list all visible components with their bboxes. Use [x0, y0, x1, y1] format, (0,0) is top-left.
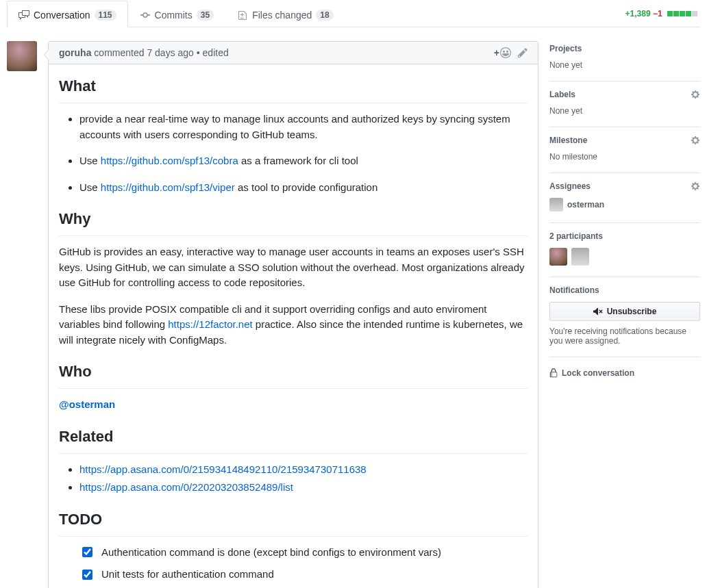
list-item: https://app.asana.com/0/220203203852489/…: [79, 480, 528, 496]
cobra-link[interactable]: https://github.com/spf13/cobra: [101, 155, 238, 166]
comment-author-link[interactable]: goruha: [59, 47, 91, 58]
file-diff-icon: [237, 10, 248, 21]
diffstat: +1,389 −1: [625, 9, 700, 18]
heading-who: Who: [59, 360, 528, 389]
task-label: Authentication command is done (except b…: [101, 545, 441, 561]
lock-conversation[interactable]: Lock conversation: [549, 357, 700, 378]
milestone-title: Milestone: [549, 136, 587, 145]
unsubscribe-button[interactable]: Unsubscribe: [549, 302, 700, 321]
sidebar-labels: Labels None yet: [549, 81, 700, 127]
list-item: Use https://github.com/spf13/viper as to…: [79, 180, 528, 196]
lock-label: Lock conversation: [562, 368, 634, 378]
list-item: Use https://github.com/spf13/cobra as a …: [79, 153, 528, 169]
sidebar-projects: Projects None yet: [549, 41, 700, 81]
tab-commits-label: Commits: [155, 10, 193, 21]
unsubscribe-label: Unsubscribe: [607, 307, 657, 316]
diff-additions: +1,389: [625, 9, 651, 18]
notifications-reason: You're receiving notifications because y…: [549, 327, 700, 346]
task-checkbox[interactable]: [82, 570, 92, 580]
gear-icon[interactable]: [691, 136, 700, 145]
pencil-icon[interactable]: [518, 47, 528, 58]
heading-todo: TODO: [59, 508, 528, 537]
assignees-title: Assignees: [549, 181, 591, 191]
plus-icon: +: [494, 47, 499, 58]
tab-conversation-count: 115: [95, 10, 116, 21]
notifications-title: Notifications: [549, 285, 599, 295]
diffstat-bars: [667, 11, 697, 16]
comment-time[interactable]: 7 days ago: [147, 47, 194, 58]
tab-conversation-label: Conversation: [34, 10, 90, 21]
projects-title: Projects: [549, 44, 582, 53]
pr-tabnav: Conversation 115 Commits 35 Files change…: [7, 0, 700, 27]
sidebar-participants: 2 participants: [549, 223, 700, 277]
mute-icon: [593, 307, 603, 316]
assignee-row[interactable]: osterman: [549, 198, 700, 212]
asana-link-1[interactable]: https://app.asana.com/0/215934148492110/…: [79, 463, 367, 475]
task-item: Unit tests for authentication command: [79, 567, 528, 583]
tab-files-label: Files changed: [252, 10, 312, 21]
comment-body: What provide a near real-time way to man…: [49, 64, 538, 588]
comment-actions: +: [494, 47, 528, 58]
task-label: Unit tests for authentication command: [101, 567, 274, 583]
tab-commits[interactable]: Commits 35: [128, 1, 226, 27]
comment-header: goruha commented 7 days ago • edited +: [49, 42, 538, 64]
author-avatar[interactable]: [7, 41, 37, 71]
comment-box: goruha commented 7 days ago • edited + W…: [48, 41, 538, 588]
projects-value: None yet: [549, 60, 700, 70]
gear-icon[interactable]: [691, 90, 700, 99]
comment-discussion-icon: [18, 10, 29, 21]
timeline-comment: goruha commented 7 days ago • edited + W…: [7, 41, 538, 588]
sidebar-assignees: Assignees osterman: [549, 173, 700, 223]
twelve-factor-link[interactable]: https://12factor.net: [168, 318, 252, 330]
participant-avatar[interactable]: [549, 248, 567, 266]
git-commit-icon: [140, 10, 151, 21]
todo-list: Authentication command is done (except b…: [59, 545, 528, 583]
comment-meta-prefix: commented: [91, 47, 147, 58]
participant-avatar[interactable]: [571, 248, 589, 266]
tab-files[interactable]: Files changed 18: [225, 1, 345, 27]
tab-files-count: 18: [316, 10, 333, 21]
assignee-name: osterman: [567, 200, 604, 209]
smiley-icon: [500, 47, 511, 58]
sidebar-milestone: Milestone No milestone: [549, 127, 700, 173]
why-paragraph-1: GitHub is provides an easy, interactive …: [59, 244, 528, 291]
participants-title: 2 participants: [549, 231, 603, 241]
viper-link[interactable]: https://github.com/spf13/viper: [101, 181, 235, 193]
add-reaction-button[interactable]: +: [494, 47, 511, 58]
diff-deletions: −1: [653, 9, 662, 18]
asana-link-2[interactable]: https://app.asana.com/0/220203203852489/…: [79, 481, 293, 493]
why-paragraph-2: These libs provide POSIX compatible cli …: [59, 302, 528, 348]
labels-title: Labels: [549, 90, 575, 99]
tabnav-tabs: Conversation 115 Commits 35 Files change…: [7, 0, 625, 27]
heading-why: Why: [59, 207, 528, 236]
labels-value: None yet: [549, 106, 700, 116]
task-checkbox[interactable]: [82, 547, 92, 557]
assignee-avatar: [549, 198, 563, 212]
tab-commits-count: 35: [197, 10, 214, 21]
heading-related: Related: [59, 425, 528, 454]
comment-edited: • edited: [194, 47, 229, 58]
sidebar: Projects None yet Labels None yet Milest…: [549, 41, 700, 588]
gear-icon[interactable]: [691, 181, 700, 191]
task-item: Authentication command is done (except b…: [79, 545, 528, 561]
lock-icon: [549, 368, 558, 378]
sidebar-notifications: Notifications Unsubscribe You're receivi…: [549, 277, 700, 389]
milestone-value: No milestone: [549, 152, 700, 162]
tab-conversation[interactable]: Conversation 115: [7, 1, 128, 27]
what-list: provide a near real-time way to manage l…: [59, 112, 528, 195]
list-item: provide a near real-time way to manage l…: [79, 112, 528, 142]
related-list: https://app.asana.com/0/215934148492110/…: [59, 462, 528, 496]
mention-osterman[interactable]: @osterman: [59, 398, 115, 410]
list-item: https://app.asana.com/0/215934148492110/…: [79, 462, 528, 478]
heading-what: What: [59, 75, 528, 103]
